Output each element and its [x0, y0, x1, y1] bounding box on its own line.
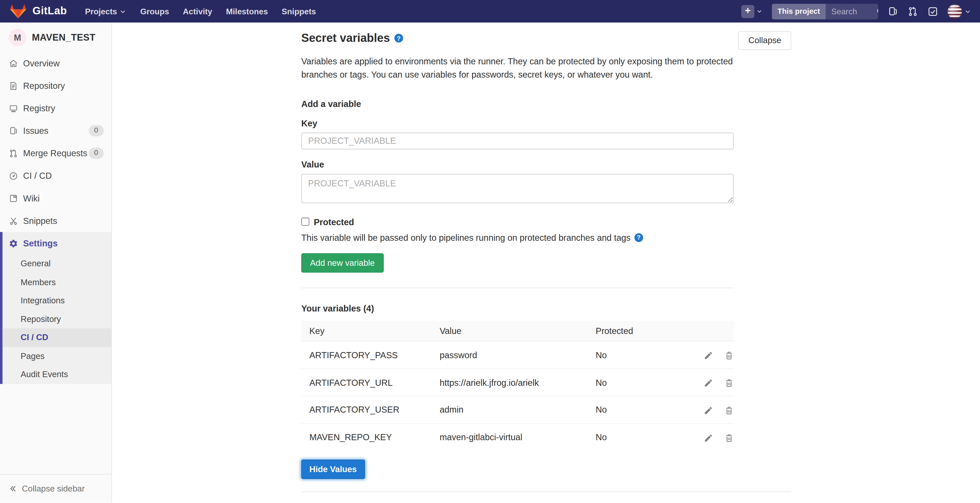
project-name: MAVEN_TEST: [32, 32, 95, 43]
secret-variables-section: Secret variables Collapse Variables are …: [301, 22, 791, 479]
column-header-value: Value: [431, 321, 587, 341]
user-menu[interactable]: [948, 4, 971, 18]
nav-link-milestones[interactable]: Milestones: [219, 0, 275, 22]
key-input[interactable]: [301, 132, 734, 150]
navbar-right: + This project: [741, 3, 974, 19]
add-variable-heading: Add a variable: [301, 99, 734, 109]
pencil-icon: [704, 433, 713, 443]
secret-variables-description: Variables are applied to environments vi…: [301, 55, 737, 82]
edit-variable-button[interactable]: [704, 351, 713, 360]
sidebar-item-label: CI / CD: [21, 171, 52, 181]
help-icon[interactable]: [394, 34, 403, 42]
search-scope-badge[interactable]: This project: [772, 3, 826, 19]
variables-table: Key Value Protected ARTIFACTORY_PASS pas…: [301, 321, 734, 450]
search-input[interactable]: [830, 6, 873, 17]
sidebar-item-issues[interactable]: Issues 0: [0, 119, 111, 142]
sidebar-subitem-repository[interactable]: Repository: [3, 310, 111, 328]
trash-icon: [724, 433, 734, 443]
your-variables-heading: Your variables (4): [301, 304, 734, 314]
top-navbar: GitLab Projects Groups Activity Mileston…: [0, 0, 980, 22]
add-new-variable-button[interactable]: Add new variable: [301, 253, 383, 273]
add-variable-form: Add a variable Key Value Protected This …: [301, 99, 734, 479]
sidebar-item-overview[interactable]: Overview: [0, 52, 111, 74]
merge-requests-icon[interactable]: [907, 6, 918, 17]
protected-checkbox[interactable]: [301, 218, 309, 226]
new-menu-button[interactable]: +: [741, 5, 762, 18]
project-context[interactable]: M MAVEN_TEST: [0, 22, 111, 52]
delete-variable-button[interactable]: [724, 406, 734, 415]
sidebar-item-merge-requests[interactable]: Merge Requests 0: [0, 142, 111, 164]
todos-icon[interactable]: [928, 6, 938, 17]
key-label: Key: [301, 118, 734, 128]
sidebar-item-label: Overview: [21, 58, 60, 68]
sidebar-item-repository[interactable]: Repository: [0, 74, 111, 97]
sidebar-subitem-ci-cd[interactable]: CI / CD: [3, 328, 111, 347]
sidebar-item-ci-cd[interactable]: CI / CD: [0, 164, 111, 187]
chevron-down-icon: [756, 8, 762, 14]
pencil-icon: [704, 379, 713, 388]
collapse-sidebar-button[interactable]: Collapse sidebar: [0, 474, 111, 503]
brand-title[interactable]: GitLab: [32, 5, 67, 18]
navbar-left: GitLab Projects Groups Activity Mileston…: [6, 0, 323, 22]
primary-nav: Projects Groups Activity Milestones Snip…: [78, 0, 323, 22]
column-header-actions: [687, 321, 734, 341]
divider: [301, 492, 791, 492]
search-icon: [877, 7, 878, 16]
value-label: Value: [301, 159, 734, 169]
sidebar-subitem-pages[interactable]: Pages: [3, 347, 111, 365]
sidebar-subitem-audit-events[interactable]: Audit Events: [3, 365, 111, 384]
merge-request-icon: [9, 149, 18, 158]
sidebar-subitem-members[interactable]: Members: [3, 273, 111, 291]
settings-section: Settings General Members Integrations Re…: [0, 232, 111, 384]
trash-icon: [724, 351, 734, 360]
variable-protected: No: [587, 369, 687, 396]
home-icon: [9, 59, 18, 68]
issues-icon[interactable]: [888, 6, 898, 17]
sidebar-item-snippets[interactable]: Snippets: [0, 209, 111, 232]
edit-variable-button[interactable]: [704, 379, 713, 388]
help-icon[interactable]: [634, 233, 643, 242]
sidebar-item-settings[interactable]: Settings: [3, 232, 111, 255]
chevron-down-icon: [120, 8, 127, 15]
delete-variable-button[interactable]: [724, 433, 734, 443]
sidebar-item-label: Issues: [21, 126, 48, 135]
sidebar-item-label: Snippets: [21, 216, 57, 226]
sidebar-subitem-general[interactable]: General: [3, 255, 111, 273]
nav-link-snippets[interactable]: Snippets: [275, 0, 323, 22]
sidebar-item-wiki[interactable]: Wiki: [0, 187, 111, 209]
secret-variables-title: Secret variables: [301, 31, 403, 45]
pencil-icon: [704, 351, 713, 360]
delete-variable-button[interactable]: [724, 351, 734, 360]
column-header-protected: Protected: [587, 321, 687, 341]
protected-label: Protected: [313, 217, 354, 227]
pencil-icon: [704, 406, 713, 415]
delete-variable-button[interactable]: [724, 379, 734, 388]
variable-value: maven-gitlabci-virtual: [431, 423, 587, 450]
project-avatar: M: [9, 28, 26, 46]
nav-link-activity[interactable]: Activity: [176, 0, 219, 22]
sidebar-item-registry[interactable]: Registry: [0, 97, 111, 119]
monitor-icon: [9, 103, 18, 113]
variable-protected: No: [587, 423, 687, 450]
collapse-section-button[interactable]: Collapse: [738, 31, 791, 49]
main-content: Secret variables Collapse Variables are …: [113, 22, 980, 503]
edit-variable-button[interactable]: [704, 433, 713, 443]
gauge-icon: [9, 171, 18, 180]
variable-key: ARTIFACTORY_USER: [301, 396, 431, 423]
search-input-area: [826, 3, 878, 19]
hide-values-button[interactable]: Hide Values: [301, 459, 365, 479]
sidebar-subitem-integrations[interactable]: Integrations: [3, 291, 111, 310]
user-avatar: [948, 4, 962, 18]
document-icon: [9, 81, 18, 91]
trash-icon: [724, 406, 734, 415]
trash-icon: [724, 379, 734, 388]
sidebar-item-label: Wiki: [21, 193, 40, 203]
merge-requests-count-badge: 0: [89, 148, 104, 159]
nav-link-label: Projects: [85, 6, 117, 16]
edit-variable-button[interactable]: [704, 406, 713, 415]
nav-link-projects[interactable]: Projects: [78, 0, 133, 22]
nav-link-groups[interactable]: Groups: [133, 0, 176, 22]
value-input[interactable]: [301, 174, 734, 203]
gitlab-logo-icon[interactable]: [10, 3, 26, 19]
collapse-sidebar-label: Collapse sidebar: [22, 484, 85, 493]
